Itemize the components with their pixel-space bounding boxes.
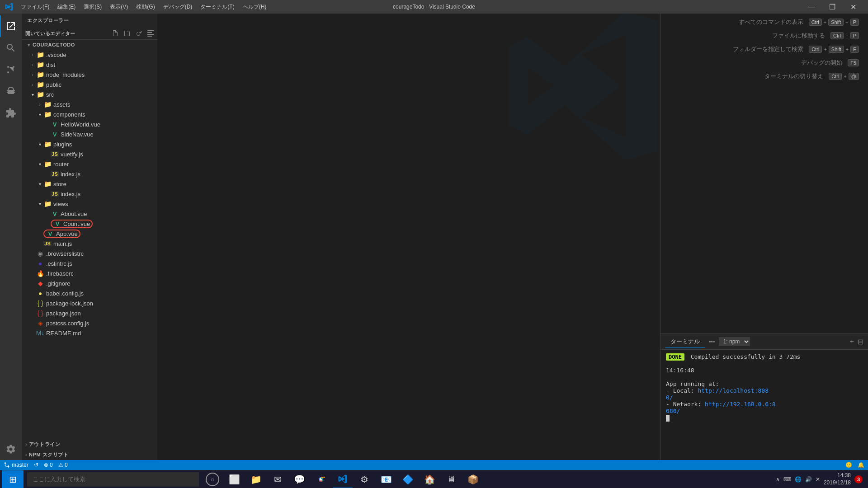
keyboard-icon[interactable]: ⌨ [783,476,791,483]
volume-icon[interactable]: 🔊 [805,476,812,483]
terminal-local-url2[interactable]: 0/ [666,394,673,401]
activity-extensions-icon[interactable] [0,102,22,124]
list-item[interactable]: ◉ .browserslistrc [22,249,157,258]
list-item[interactable]: V Count.vue [22,219,157,229]
npm-scripts-section[interactable]: › NPM スクリプト [22,450,157,460]
menu-terminal[interactable]: ターミナル(T) [197,2,238,12]
list-item[interactable]: ◆ .gitignore [22,278,157,288]
taskbar-app11[interactable]: 🖥 [441,470,461,488]
menu-edit[interactable]: 編集(E) [54,2,79,12]
file-name: index.js [61,191,157,197]
x-icon[interactable]: ✕ [816,476,820,483]
chevron-right-icon: › [36,102,43,107]
system-clock[interactable]: 14:38 2019/12/18 [824,472,851,486]
list-item[interactable]: V App.vue [22,229,157,239]
taskbar-explorer[interactable]: 📁 [246,470,266,488]
folder-icon: 📁 [36,51,44,58]
list-item[interactable]: V About.vue [22,209,157,219]
list-item[interactable]: V SideNav.vue [22,129,157,139]
taskbar-chrome[interactable] [311,470,331,488]
menu-file[interactable]: ファイル(F) [17,2,53,12]
list-item[interactable]: 🔥 .firebaserc [22,268,157,278]
terminal-network-url2[interactable]: 080/ [666,408,680,414]
activity-settings-icon[interactable] [0,438,22,460]
up-arrow-icon[interactable]: ∧ [776,476,780,483]
menu-view[interactable]: 表示(V) [106,2,132,12]
taskbar-settings[interactable]: ⚙ [354,470,374,488]
activity-debug-icon[interactable] [0,80,22,102]
list-item[interactable]: ▾ 📁 src [22,89,157,99]
taskbar-app9[interactable]: 🔷 [398,470,418,488]
terminal-network-url[interactable]: http://192.168.0.6:8 [705,401,776,408]
git-branch-status[interactable]: master [4,462,28,468]
sync-status[interactable]: ↺ [34,462,38,468]
list-item[interactable]: ▾ 📁 plugins [22,139,157,149]
list-item[interactable]: V HelloWorld.vue [22,119,157,129]
list-item[interactable]: JS vuetify.js [22,149,157,159]
list-item[interactable]: JS index.js [22,169,157,179]
terminal-tab[interactable]: ターミナル [665,336,705,348]
terminal-more-button[interactable]: ••• [709,338,715,345]
new-file-icon[interactable] [110,28,120,38]
collapse-all-icon[interactable] [146,28,156,38]
open-editors-section[interactable]: 開いているエディター [24,30,75,37]
list-item[interactable]: { } package-lock.json [22,298,157,308]
list-item[interactable]: ▾ 📁 router [22,159,157,169]
taskbar-outlook[interactable]: 📧 [376,470,396,488]
close-button[interactable]: ✕ [843,0,863,14]
activity-explorer-icon[interactable] [0,15,22,37]
start-button[interactable]: ⊞ [2,470,24,488]
outline-section[interactable]: › アウトライン [22,439,157,450]
taskbar-store[interactable]: 💬 [289,470,309,488]
maximize-button[interactable]: ❐ [822,0,843,14]
minimize-button[interactable]: — [801,0,822,14]
file-name: main.js [53,240,157,247]
project-root[interactable]: ▾ COURAGETODO [22,40,157,50]
terminal-instance-select[interactable]: 1: npm [719,337,750,346]
list-item[interactable]: ▾ 📁 store [22,179,157,189]
menu-go[interactable]: 移動(G) [132,2,158,12]
chevron-down-icon: ▾ [36,182,43,187]
menu-help[interactable]: ヘルプ(H) [239,2,270,12]
activity-search-icon[interactable] [0,37,22,59]
terminal-local-url[interactable]: http://localhost:808 [698,387,769,394]
taskbar-search-input[interactable] [27,472,199,487]
notification-badge[interactable]: 3 [854,475,863,483]
clock-time: 14:38 [824,472,851,479]
taskbar-mail[interactable]: ✉ [268,470,288,488]
activity-bar-bottom [0,438,22,460]
warnings-status[interactable]: ⚠ 0 [58,462,68,468]
list-item[interactable]: JS index.js [22,189,157,199]
list-item[interactable]: ◈ postcss.config.js [22,318,157,328]
errors-status[interactable]: ⊗ 0 [44,462,53,468]
list-item[interactable]: JS main.js [22,239,157,249]
notification-icon[interactable]: 🔔 [858,462,864,468]
taskbar-cortana[interactable]: ○ [203,470,222,488]
split-terminal-icon[interactable]: ⊟ [858,338,863,346]
list-item[interactable]: › 📁 public [22,80,157,89]
file-name: .firebaserc [46,270,157,277]
new-folder-icon[interactable] [122,28,132,38]
taskbar-task-view[interactable]: ⬜ [224,470,244,488]
list-item[interactable]: ▾ 📁 components [22,109,157,119]
list-item[interactable]: ▾ 📁 views [22,199,157,209]
refresh-icon[interactable] [134,28,144,38]
add-terminal-icon[interactable]: + [850,338,854,346]
network-icon[interactable]: 🌐 [795,476,802,483]
menu-debug[interactable]: デバッグ(D) [160,2,196,12]
taskbar-vscode[interactable] [333,470,353,488]
list-item[interactable]: › 📁 .vscode [22,50,157,60]
list-item[interactable]: M↓ README.md [22,328,157,338]
list-item[interactable]: ● babel.config.js [22,288,157,298]
taskbar-app10[interactable]: 🏠 [420,470,439,488]
list-item[interactable]: › 📁 node_modules [22,70,157,80]
list-item[interactable]: › 📁 dist [22,60,157,70]
list-item[interactable]: ● .eslintrc.js [22,258,157,268]
list-item[interactable]: { } package.json [22,308,157,318]
activity-git-icon[interactable] [0,59,22,80]
taskbar-app12[interactable]: 📦 [463,470,483,488]
feedback-icon[interactable]: 🙂 [845,462,852,468]
list-item[interactable]: › 📁 assets [22,99,157,109]
file-name: postcss.config.js [46,320,157,327]
menu-select[interactable]: 選択(S) [80,2,105,12]
